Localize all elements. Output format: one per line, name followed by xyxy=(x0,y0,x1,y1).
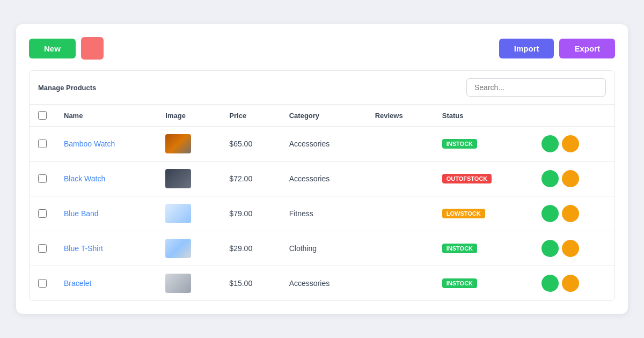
search-input[interactable] xyxy=(466,78,606,97)
row-checkbox-cell xyxy=(30,161,55,196)
row-name: Bamboo Watch xyxy=(55,127,157,161)
export-button[interactable]: Export xyxy=(559,39,615,58)
manage-products-title: Manage Products xyxy=(38,84,96,92)
row-checkbox[interactable] xyxy=(38,279,47,288)
row-category: Accessories xyxy=(281,266,367,301)
toolbar-right: Import Export xyxy=(499,39,615,58)
action-dot-green[interactable] xyxy=(541,135,559,152)
row-checkbox-cell xyxy=(30,231,55,266)
product-name-link[interactable]: Bracelet xyxy=(64,279,91,288)
row-reviews xyxy=(367,196,434,231)
action-dots xyxy=(541,240,606,257)
row-name: Bracelet xyxy=(55,266,157,301)
action-dots xyxy=(541,205,606,222)
row-price: $65.00 xyxy=(221,127,280,161)
status-badge: INSTOCK xyxy=(442,139,477,149)
header-reviews: Reviews xyxy=(367,105,434,127)
delete-button[interactable] xyxy=(81,37,104,60)
action-dot-orange[interactable] xyxy=(562,170,579,187)
row-reviews xyxy=(367,266,434,301)
row-actions xyxy=(533,266,614,301)
action-dot-green[interactable] xyxy=(541,275,559,292)
row-image xyxy=(157,127,221,161)
product-image xyxy=(165,204,191,223)
product-image xyxy=(165,239,191,258)
table-row: Blue T-Shirt $29.00 Clothing INSTOCK xyxy=(30,231,614,266)
action-dot-orange[interactable] xyxy=(562,240,579,257)
row-image xyxy=(157,266,221,301)
table-row: Black Watch $72.00 Accessories OUTOFSTOC… xyxy=(30,161,614,196)
row-reviews xyxy=(367,231,434,266)
row-actions xyxy=(533,196,614,231)
row-checkbox[interactable] xyxy=(38,244,47,253)
toolbar: New Import Export xyxy=(29,37,615,60)
product-image xyxy=(165,274,191,293)
table-row: Bracelet $15.00 Accessories INSTOCK xyxy=(30,266,614,301)
new-button[interactable]: New xyxy=(29,39,76,58)
row-image xyxy=(157,231,221,266)
product-name-link[interactable]: Bamboo Watch xyxy=(64,139,115,148)
row-reviews xyxy=(367,127,434,161)
header-name: Name xyxy=(55,105,157,127)
product-name-link[interactable]: Black Watch xyxy=(64,174,105,183)
action-dot-orange[interactable] xyxy=(562,205,579,222)
action-dots xyxy=(541,170,606,187)
header-category: Category xyxy=(281,105,367,127)
status-badge: LOWSTOCK xyxy=(442,209,485,218)
action-dot-green[interactable] xyxy=(541,205,559,222)
status-badge: INSTOCK xyxy=(442,278,477,288)
header-actions xyxy=(533,105,614,127)
row-price: $72.00 xyxy=(221,161,280,196)
row-category: Clothing xyxy=(281,231,367,266)
row-checkbox-cell xyxy=(30,196,55,231)
header-price: Price xyxy=(221,105,280,127)
row-actions xyxy=(533,161,614,196)
action-dots xyxy=(541,275,606,292)
table-header-bar: Manage Products xyxy=(30,71,614,105)
row-actions xyxy=(533,127,614,161)
product-image xyxy=(165,134,191,153)
row-price: $15.00 xyxy=(221,266,280,301)
row-reviews xyxy=(367,161,434,196)
row-name: Blue T-Shirt xyxy=(55,231,157,266)
action-dot-green[interactable] xyxy=(541,170,559,187)
product-name-link[interactable]: Blue Band xyxy=(64,209,99,218)
table-row: Bamboo Watch $65.00 Accessories INSTOCK xyxy=(30,127,614,161)
row-status: INSTOCK xyxy=(434,231,533,266)
product-image xyxy=(165,169,191,188)
table-row: Blue Band $79.00 Fitness LOWSTOCK xyxy=(30,196,614,231)
toolbar-left: New xyxy=(29,37,104,60)
row-price: $29.00 xyxy=(221,231,280,266)
main-card: New Import Export Manage Products Name xyxy=(16,24,628,314)
row-name: Blue Band xyxy=(55,196,157,231)
row-checkbox-cell xyxy=(30,266,55,301)
row-checkbox[interactable] xyxy=(38,174,47,183)
row-checkbox[interactable] xyxy=(38,209,47,218)
table-header-row: Name Image Price Category Reviews Status xyxy=(30,105,614,127)
row-checkbox[interactable] xyxy=(38,139,47,148)
import-button[interactable]: Import xyxy=(499,39,554,58)
row-status: INSTOCK xyxy=(434,266,533,301)
row-image xyxy=(157,161,221,196)
row-image xyxy=(157,196,221,231)
action-dots xyxy=(541,135,606,152)
row-category: Accessories xyxy=(281,161,367,196)
row-checkbox-cell xyxy=(30,127,55,161)
table-section: Manage Products Name Image Price Categor… xyxy=(29,70,615,301)
product-name-link[interactable]: Blue T-Shirt xyxy=(64,244,103,253)
row-status: INSTOCK xyxy=(434,127,533,161)
header-status: Status xyxy=(434,105,533,127)
status-badge: INSTOCK xyxy=(442,244,477,253)
row-actions xyxy=(533,231,614,266)
row-price: $79.00 xyxy=(221,196,280,231)
action-dot-green[interactable] xyxy=(541,240,559,257)
action-dot-orange[interactable] xyxy=(562,135,579,152)
products-table: Name Image Price Category Reviews Status… xyxy=(30,105,614,300)
status-badge: OUTOFSTOCK xyxy=(442,174,492,183)
row-category: Fitness xyxy=(281,196,367,231)
select-all-checkbox[interactable] xyxy=(38,111,47,120)
header-checkbox xyxy=(30,105,55,127)
row-status: OUTOFSTOCK xyxy=(434,161,533,196)
row-category: Accessories xyxy=(281,127,367,161)
action-dot-orange[interactable] xyxy=(562,275,579,292)
